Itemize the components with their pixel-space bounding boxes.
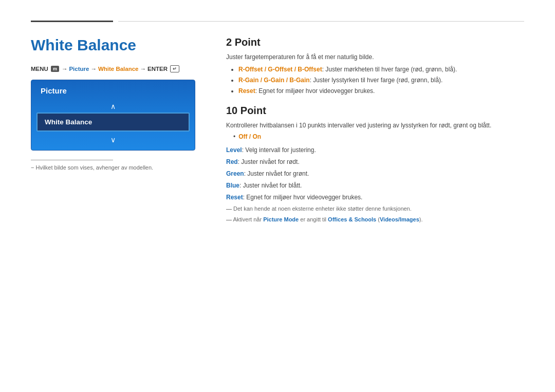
page-title: White Balance: [31, 36, 195, 54]
section-2point-bullets: R-Offset / G-Offset / B-Offset: Juster m…: [226, 65, 524, 96]
down-arrow-icon[interactable]: ∨: [110, 136, 116, 144]
term-roffset: R-Offset / G-Offset / B-Offset: [238, 66, 322, 73]
note-activated-prefix: Aktivert når: [233, 216, 263, 222]
field-red: Red: Juster nivået for rødt.: [226, 157, 524, 166]
field-blue-text: : Juster nivået for blått.: [239, 182, 302, 189]
term-offon: Off / On: [238, 133, 261, 140]
arrow3: →: [140, 66, 146, 72]
field-blue: Blue: Juster nivået for blått.: [226, 181, 524, 190]
arrow2: →: [90, 66, 97, 72]
term-offices-schools: Offices & Schools: [328, 216, 376, 222]
term-red: Red: [226, 158, 238, 165]
sub-bullet-offon: Off / On: [233, 133, 524, 140]
note-paren-close: ).: [419, 216, 423, 222]
left-panel: White Balance MENU m → Picture → White B…: [31, 36, 195, 233]
term-reset-10p: Reset: [226, 194, 243, 201]
term-level: Level: [226, 146, 242, 154]
field-level: Level: Velg intervall for justering.: [226, 145, 524, 155]
bullet-reset-2p: Reset: Egnet for miljøer hvor videovegge…: [238, 86, 524, 96]
white-balance-link: White Balance: [98, 66, 139, 72]
bullet-roffset-text: : Juster mørkheten til hver farge (rød, …: [322, 66, 457, 73]
note-paren-open: (: [376, 216, 380, 222]
note-activated-mid: er angitt til: [299, 216, 328, 222]
top-rule-light: [118, 21, 524, 22]
menu-path: MENU m → Picture → White Balance → ENTER…: [31, 65, 195, 72]
bullet-rgain: R-Gain / G-Gain / B-Gain: Juster lysstyr…: [238, 76, 524, 85]
section-2point-intro: Juster fargetemperaturen for å få et mer…: [226, 53, 524, 61]
enter-label: ENTER: [147, 66, 168, 72]
enter-icon: ↵: [170, 65, 179, 72]
selected-menu-item[interactable]: White Balance: [36, 113, 190, 132]
section-10point-intro: Kontrollerer hvitbalansen i 10 punkts in…: [226, 122, 524, 129]
section-10point: 10 Point Kontrollerer hvitbalansen i 10 …: [226, 105, 524, 223]
term-videos-images: Videos/Images: [380, 216, 419, 222]
note-external-devices: Det kan hende at noen eksterne enheter i…: [226, 204, 524, 213]
term-reset-2p: Reset: [238, 87, 255, 95]
field-green-text: : Juster nivået for grønt.: [244, 170, 309, 177]
section-2point-title: 2 Point: [226, 36, 524, 48]
term-rgain: R-Gain / G-Gain / B-Gain: [238, 77, 310, 84]
bullet-rgain-text: : Juster lysstyrken til hver farge (rød,…: [310, 77, 443, 84]
picture-link: Picture: [69, 66, 89, 72]
picture-menu-box: Picture ∧ White Balance ∨: [31, 80, 195, 151]
up-arrow-icon[interactable]: ∧: [110, 102, 116, 110]
field-level-text: : Velg intervall for justering.: [242, 146, 316, 154]
field-red-text: : Juster nivået for rødt.: [238, 158, 300, 165]
field-green: Green: Juster nivået for grønt.: [226, 169, 524, 178]
page-layout: White Balance MENU m → Picture → White B…: [31, 36, 524, 233]
right-panel: 2 Point Juster fargetemperaturen for å f…: [226, 36, 524, 233]
up-arrow-container[interactable]: ∧: [31, 100, 195, 113]
picture-menu-header: Picture: [31, 80, 195, 100]
down-arrow-container[interactable]: ∨: [31, 132, 195, 150]
section-2point: 2 Point Juster fargetemperaturen for å f…: [226, 36, 524, 96]
term-green: Green: [226, 170, 244, 177]
term-picture-mode: Picture Mode: [263, 216, 299, 222]
top-rule-dark: [31, 21, 113, 22]
bullet-reset-2p-text: : Egnet for miljøer hvor videovegger bru…: [255, 87, 375, 95]
field-reset-10p-text: : Egnet for miljøer hvor videovegger bru…: [243, 194, 363, 201]
bullet-roffset: R-Offset / G-Offset / B-Offset: Juster m…: [238, 65, 524, 74]
footnote-text: − Hvilket bilde som vises, avhenger av m…: [31, 164, 195, 171]
menu-label: MENU: [31, 66, 48, 72]
field-reset-10p: Reset: Egnet for miljøer hvor videovegge…: [226, 193, 524, 202]
term-blue: Blue: [226, 182, 239, 189]
section-10point-title: 10 Point: [226, 105, 524, 117]
arrow1: →: [62, 66, 68, 72]
footnote-rule: [31, 160, 113, 160]
note-external-text: Det kan hende at noen eksterne enheter i…: [233, 206, 412, 212]
note-picture-mode: Aktivert når Picture Mode er angitt til …: [226, 215, 524, 224]
menu-box-icon: m: [51, 66, 59, 72]
top-rule: [31, 21, 524, 22]
